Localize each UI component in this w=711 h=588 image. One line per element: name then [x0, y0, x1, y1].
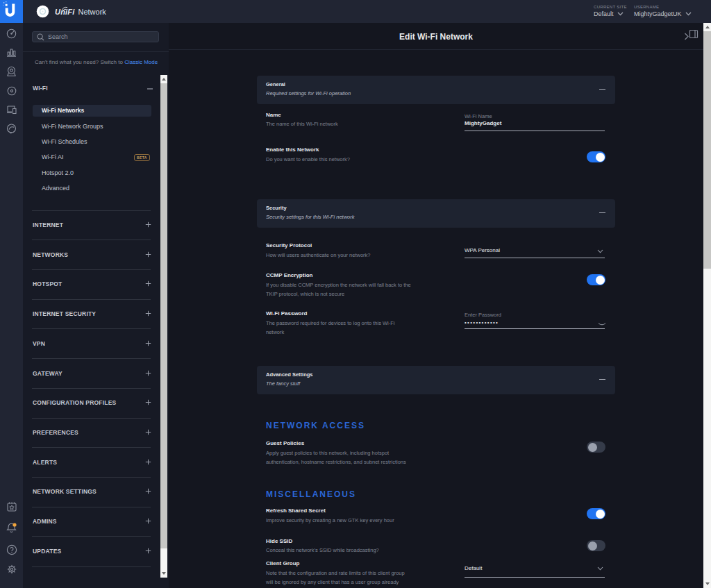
nav-section-configuration-profiles[interactable]: CONFIGURATION PROFILES [33, 399, 170, 409]
settings-icon[interactable] [0, 564, 23, 575]
brand-network: Network [78, 8, 106, 16]
username-dropdown[interactable]: USERNAME MightyGadgetUK [634, 0, 692, 23]
divider [32, 566, 151, 567]
beta-badge: BETA [134, 154, 150, 162]
search-input[interactable]: Search [32, 31, 159, 42]
help-icon[interactable] [0, 544, 23, 555]
expand-plus-icon [145, 370, 151, 376]
main-scrollbar[interactable] [703, 23, 711, 588]
section-heading-network-access: NETWORK ACCESS [266, 421, 365, 430]
security-protocol-select[interactable]: WPA Personal [465, 247, 500, 254]
setting-label: CCMP Encryption [266, 272, 312, 279]
username-label: USERNAME [634, 5, 692, 9]
expand-plus-icon [145, 429, 151, 435]
card-header-general: General Required settings for Wi-Fi oper… [257, 76, 615, 104]
password-field-value[interactable]: •••••••••••• [465, 319, 499, 326]
whats-new-icon[interactable] [0, 501, 23, 512]
nav-section-admins[interactable]: ADMINS [33, 518, 170, 528]
expand-plus-icon [145, 548, 151, 554]
statistics-icon[interactable] [0, 47, 23, 58]
password-field-label: Enter Password [465, 312, 501, 319]
setting-description: Apply guest policies to this network, in… [266, 450, 389, 457]
setting-label: Wi-Fi Password [266, 310, 308, 317]
card-header-security: Security Security settings for this Wi-F… [257, 199, 615, 228]
toggle-guest-policies[interactable] [587, 442, 605, 453]
field-underline [465, 131, 605, 131]
setting-label: Name [266, 112, 281, 119]
nav-section-alerts[interactable]: ALERTS [33, 459, 170, 469]
nav-section-preferences[interactable]: PREFERENCES [33, 429, 170, 439]
wifi-arcs-icon [60, 5, 69, 10]
setting-description: Do you want to enable this network? [266, 156, 350, 163]
nav-section-internet-security[interactable]: INTERNET SECURITY [33, 310, 170, 320]
collapse-card-icon[interactable] [599, 376, 605, 383]
wifiman-icon[interactable] [0, 123, 23, 134]
divider [32, 358, 151, 359]
sidebar-item-wifi-networks[interactable]: Wi-Fi Networks [33, 105, 151, 117]
classic-mode-link[interactable]: Classic Mode [124, 59, 158, 65]
sidebar-item-hotspot-20[interactable]: Hotspot 2.0 [33, 167, 151, 179]
nav-section-networks[interactable]: NETWORKS [33, 251, 170, 261]
collapse-minus-icon [147, 85, 153, 92]
toggle-hide-ssid[interactable] [587, 540, 605, 551]
page-title: Edit Wi-Fi Network [169, 32, 703, 42]
divider [32, 536, 151, 537]
collapse-panel-icon[interactable] [684, 29, 699, 42]
toggle-enable-this-network[interactable] [587, 151, 605, 162]
setting-label: Hide SSID [266, 538, 292, 545]
nav-section-vpn[interactable]: VPN [33, 340, 170, 350]
current-site-dropdown[interactable]: CURRENT SITE Default [594, 0, 627, 23]
expand-plus-icon [145, 459, 151, 465]
sidebar-item-advanced[interactable]: Advanced [33, 183, 151, 194]
client-group-select[interactable]: Default [465, 565, 482, 572]
divider [32, 447, 151, 448]
nav-section-network-settings[interactable]: NETWORK SETTINGS [33, 488, 170, 498]
expand-plus-icon [145, 251, 151, 258]
ubiquiti-logo[interactable] [0, 0, 23, 23]
username-value: MightyGadgetUK [634, 10, 682, 17]
devices-icon[interactable] [0, 86, 23, 96]
expand-plus-icon [145, 488, 151, 494]
divider [32, 507, 151, 507]
sidebar-scrollbar[interactable] [160, 75, 167, 578]
toggle-ccmp-encryption[interactable] [587, 274, 605, 285]
sidebar-item-wifi-schedules[interactable]: Wi-Fi Schedules [33, 136, 151, 148]
setting-description: The password required for devices to log… [266, 320, 395, 327]
app-brand: UniFi Network [36, 0, 106, 23]
nav-section-gateway[interactable]: GATEWAY [33, 370, 170, 380]
nav-section-hotspot[interactable]: HOTSPOT [33, 280, 170, 290]
collapse-card-icon[interactable] [599, 85, 605, 93]
divider [23, 51, 169, 52]
setting-description: Improve security by creating a new GTK k… [266, 517, 394, 524]
setting-label: Enable this Network [266, 146, 319, 153]
setting-label: Guest Policies [266, 440, 304, 447]
notifications-icon[interactable] [0, 522, 23, 534]
setting-description: will be ignored by any client that has a… [266, 579, 399, 586]
setting-description: Note that the configuration and rate lim… [266, 570, 405, 577]
nav-section-wifi[interactable]: WI-FI [33, 85, 170, 94]
setting-description: network [266, 329, 284, 336]
nav-section-updates[interactable]: UPDATES [33, 548, 170, 557]
setting-description: authentication, hostname restrictions, a… [266, 459, 406, 466]
system-devices-icon[interactable] [0, 105, 23, 115]
current-site-value: Default [594, 10, 614, 17]
sidebar-item-wifi-ai[interactable]: Wi-Fi AI BETA [33, 151, 151, 163]
sidebar-item-wifi-network-groups[interactable]: Wi-Fi Network Groups [33, 121, 151, 133]
expand-plus-icon [145, 221, 151, 228]
dashboard-icon[interactable] [0, 28, 23, 39]
field-underline [465, 258, 605, 258]
search-icon [37, 33, 44, 41]
sidebar: Search Can't find what you need? Switch … [23, 23, 169, 588]
chevron-down-icon [617, 12, 624, 16]
nav-section-internet[interactable]: INTERNET [33, 221, 170, 231]
expand-plus-icon [145, 518, 151, 524]
toggle-refresh-shared-secret[interactable] [587, 508, 605, 519]
wifi-name-field-value[interactable]: MightyGadget [465, 120, 501, 127]
chevron-down-icon [597, 249, 603, 253]
card-header-advanced: Advanced Settings The fancy stuff [257, 366, 615, 394]
divider [32, 418, 151, 419]
collapse-card-icon[interactable] [599, 209, 605, 217]
clients-icon[interactable] [0, 66, 23, 77]
ubiquiti-u-icon [0, 0, 23, 23]
show-password-eye-icon[interactable] [598, 321, 606, 327]
